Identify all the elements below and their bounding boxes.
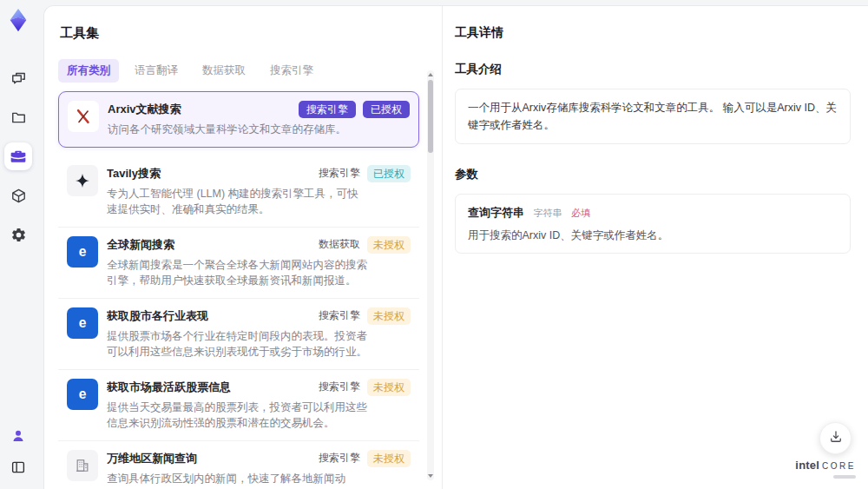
tool-name: 获取股市各行业表现 <box>107 308 280 324</box>
tool-name: 万维地区新闻查询 <box>107 451 280 466</box>
sidebar-item-cube[interactable] <box>4 182 32 209</box>
tool-description: 查询具体行政区划内的新闻，快速了解各地新闻动 <box>107 471 367 487</box>
tool-card[interactable]: 万维地区新闻查询 查询具体行政区划内的新闻，快速了解各地新闻动 搜索引擎 未授权 <box>58 441 419 489</box>
category-tab[interactable]: 所有类别 <box>58 59 119 83</box>
list-scrollbar[interactable] <box>427 70 434 480</box>
category-tabs: 所有类别语言翻译数据获取搜索引擎 <box>58 59 419 83</box>
tavily-icon <box>67 165 98 196</box>
toolbox-icon <box>10 148 27 165</box>
param-name: 查询字符串 <box>468 206 524 219</box>
tool-name: Arxiv文献搜索 <box>108 102 279 117</box>
tool-category-tag: 搜索引擎 <box>319 166 360 181</box>
download-icon <box>828 429 844 448</box>
tool-auth-badge: 未授权 <box>367 379 411 396</box>
sidebar-item-settings[interactable] <box>4 221 32 248</box>
tool-card[interactable]: Arxiv文献搜索 访问各个研究领域大量科学论文和文章的存储库。 搜索引擎 已授… <box>58 91 419 148</box>
svg-text:e: e <box>79 244 87 259</box>
app-logo-icon <box>5 7 31 33</box>
tools-list: Arxiv文献搜索 访问各个研究领域大量科学论文和文章的存储库。 搜索引擎 已授… <box>58 91 419 489</box>
download-button[interactable] <box>819 422 852 454</box>
scrollbar-thumb[interactable] <box>428 80 433 153</box>
arxiv-icon <box>68 101 99 132</box>
news-logo-icon: e <box>67 379 98 410</box>
tool-category-tag: 搜索引擎 <box>319 308 360 323</box>
category-tab[interactable]: 语言翻译 <box>126 59 187 83</box>
folder-icon <box>10 109 27 126</box>
tool-auth-badge: 已授权 <box>363 101 410 118</box>
tool-name: 获取市场最活跃股票信息 <box>107 380 280 395</box>
core-wordmark: CORE <box>822 461 856 471</box>
chat-icon <box>10 70 27 87</box>
tool-card[interactable]: e 获取股市各行业表现 提供股票市场各个行业在特定时间段内的表现。投资者可以利用… <box>58 299 419 370</box>
settings-icon <box>10 227 27 243</box>
tool-auth-badge: 未授权 <box>367 236 411 254</box>
intro-box: 一个用于从Arxiv存储库搜索科学论文和文章的工具。 输入可以是Arxiv ID… <box>455 89 851 144</box>
detail-title: 工具详情 <box>455 25 851 41</box>
param-description: 用于搜索的Arxiv ID、关键字或作者姓名。 <box>468 228 838 243</box>
tool-category-tag: 数据获取 <box>319 237 360 252</box>
tool-name: 全球新闻搜索 <box>107 237 280 253</box>
svg-text:e: e <box>79 315 87 330</box>
left-rail <box>0 0 36 489</box>
intel-wordmark: intel <box>795 459 819 472</box>
params-heading: 参数 <box>455 167 851 182</box>
tools-list-panel: 工具集 所有类别语言翻译数据获取搜索引擎 Arxiv文献搜索 访问各个研究领域大… <box>44 6 442 489</box>
cube-icon <box>10 188 27 204</box>
sidebar-item-chat[interactable] <box>4 64 32 92</box>
param-box: 查询字符串 字符串 必填 用于搜索的Arxiv ID、关键字或作者姓名。 <box>455 194 851 254</box>
tool-category-tag: 搜索引擎 <box>319 380 360 394</box>
category-tab[interactable]: 搜索引擎 <box>261 59 322 83</box>
sidebar-item-toolbox[interactable] <box>4 142 32 170</box>
tool-description: 专为人工智能代理 (LLM) 构建的搜索引擎工具，可快速提供实时、准确和真实的结… <box>107 186 367 218</box>
sidebar-item-user[interactable] <box>4 425 32 447</box>
intro-text: 一个用于从Arxiv存储库搜索科学论文和文章的工具。 输入可以是Arxiv ID… <box>468 99 838 134</box>
category-tab[interactable]: 数据获取 <box>194 59 254 83</box>
tool-category-tag: 搜索引擎 <box>319 451 360 466</box>
news-logo-icon: e <box>67 236 98 268</box>
tool-description: 全球新闻搜索是一个聚合全球各大新闻网站内容的搜索引擎，帮助用户快速获取全球最新资… <box>107 257 367 289</box>
avatar-icon <box>10 428 26 444</box>
param-type: 字符串 <box>533 208 562 218</box>
rail-bottom <box>4 425 32 479</box>
tool-name: Tavily搜索 <box>107 166 280 182</box>
brand-sub-mark <box>833 475 856 479</box>
rail-nav <box>4 64 32 248</box>
main-surface: 工具集 所有类别语言翻译数据获取搜索引擎 Arxiv文献搜索 访问各个研究领域大… <box>43 5 868 489</box>
tool-auth-badge: 已授权 <box>367 165 411 182</box>
tool-description: 访问各个研究领域大量科学论文和文章的存储库。 <box>108 122 368 138</box>
svg-text:e: e <box>79 387 87 401</box>
building-icon <box>67 450 98 481</box>
tool-detail-panel: 工具详情 工具介绍 一个用于从Arxiv存储库搜索科学论文和文章的工具。 输入可… <box>442 6 868 489</box>
tool-auth-badge: 未授权 <box>367 450 411 467</box>
sidebar-item-panel-toggle[interactable] <box>4 456 32 479</box>
tool-category-tag: 搜索引擎 <box>299 101 356 118</box>
sidebar-item-folder[interactable] <box>4 103 32 131</box>
tool-card[interactable]: e 全球新闻搜索 全球新闻搜索是一个聚合全球各大新闻网站内容的搜索引擎，帮助用户… <box>58 228 419 299</box>
scroll-up-arrow[interactable] <box>428 73 433 76</box>
param-required-badge: 必填 <box>571 208 590 218</box>
scroll-down-arrow[interactable] <box>428 474 433 478</box>
tool-description: 提供当天交易量最高的股票列表，投资者可以利用这些信息来识别流动性强的股票和潜在的… <box>107 400 367 432</box>
news-logo-icon: e <box>67 307 98 339</box>
panel-toggle-icon <box>10 459 26 475</box>
tool-card[interactable]: Tavily搜索 专为人工智能代理 (LLM) 构建的搜索引擎工具，可快速提供实… <box>58 156 419 228</box>
tool-description: 提供股票市场各个行业在特定时间段内的表现。投资者可以利用这些信息来识别表现优于或… <box>107 328 367 360</box>
tool-auth-badge: 未授权 <box>367 307 411 325</box>
page-title: 工具集 <box>60 25 419 42</box>
intro-heading: 工具介绍 <box>455 62 851 77</box>
tool-card[interactable]: e 获取市场最活跃股票信息 提供当天交易量最高的股票列表，投资者可以利用这些信息… <box>58 370 419 441</box>
intel-core-logo: intelCORE <box>795 457 856 479</box>
